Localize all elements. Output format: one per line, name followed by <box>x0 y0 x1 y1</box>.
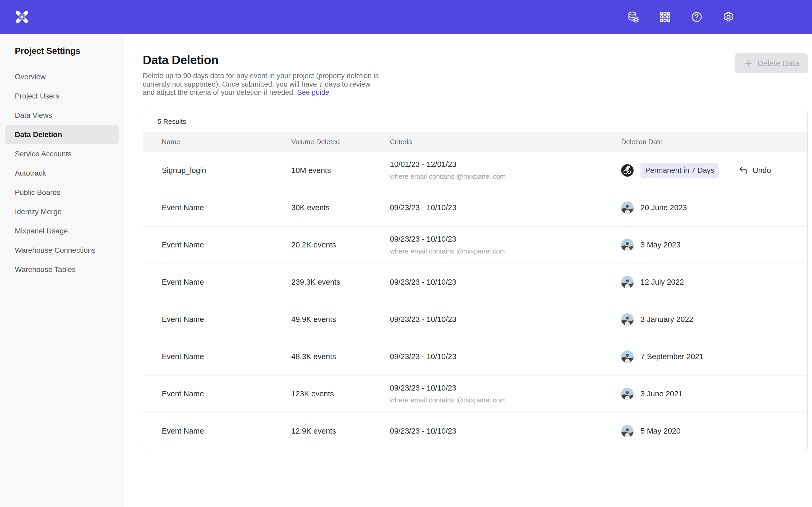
status-badge: Permanent in 7 Days <box>641 163 719 178</box>
page-description: Delete up to 90 days data for any event … <box>143 72 382 97</box>
plus-icon <box>743 58 753 68</box>
data-management-icon[interactable] <box>627 11 640 23</box>
avatar-image <box>621 425 633 437</box>
row-volume: 10M events <box>291 166 390 175</box>
topbar <box>0 0 812 34</box>
row-deletion-cell: Permanent in 7 Days Undo <box>621 163 807 178</box>
sidebar-item-warehouse-tables[interactable]: Warehouse Tables <box>0 260 124 279</box>
row-criteria-range: 09/23/23 - 10/10/23 <box>390 352 621 361</box>
undo-button[interactable]: Undo <box>738 165 771 176</box>
row-criteria-cell: 09/23/23 - 10/10/23 <box>390 315 621 324</box>
row-name: Event Name <box>143 278 291 286</box>
delete-data-button[interactable]: Delete Data <box>735 53 808 73</box>
row-criteria-range: 09/23/23 - 10/10/23 <box>390 427 621 436</box>
row-criteria-cell: 09/23/23 - 10/10/23 <box>390 427 621 436</box>
deletion-date: 3 May 2023 <box>641 240 680 249</box>
deletion-date: 20 June 2023 <box>641 203 687 212</box>
user-photo-avatar <box>621 388 633 400</box>
row-name: Event Name <box>143 240 291 249</box>
avatar-image <box>621 202 633 214</box>
database-gear-glyph <box>627 11 640 23</box>
delete-data-button-label: Delete Data <box>758 59 799 68</box>
user-photo-avatar <box>621 202 633 214</box>
table-header-row: Name Volume Deleted Criteria Deletion Da… <box>143 132 807 152</box>
deletion-date: 7 September 2021 <box>641 352 704 361</box>
sidebar-item-identity-merge[interactable]: Identity Merge <box>0 202 124 221</box>
row-name: Event Name <box>143 352 291 361</box>
results-count: 5 Results <box>143 111 807 132</box>
sidebar-item-autotrack[interactable]: Autotrack <box>0 163 124 183</box>
row-deletion-cell: 3 June 2021 <box>621 388 807 400</box>
row-criteria-cell: 09/23/23 - 10/10/23 where email contains… <box>390 384 621 404</box>
sidebar-item-project-users[interactable]: Project Users <box>0 87 124 106</box>
table-row: Event Name 239.3K events 09/23/23 - 10/1… <box>143 264 807 301</box>
page-title: Data Deletion <box>143 53 382 67</box>
row-criteria-range: 09/23/23 - 10/10/23 <box>390 384 621 392</box>
avatar-image <box>621 239 633 251</box>
row-criteria-range: 09/23/23 - 10/10/23 <box>390 315 621 324</box>
avatar-image <box>621 350 633 363</box>
table-row: Event Name 30K events 09/23/23 - 10/10/2… <box>143 189 807 226</box>
table-row: Event Name 49.9K events 09/23/23 - 10/10… <box>143 301 807 338</box>
avatar-image <box>621 313 633 326</box>
sidebar-item-warehouse-connections[interactable]: Warehouse Connections <box>0 240 124 260</box>
mixpanel-logo-icon <box>14 9 30 25</box>
row-deletion-cell: 12 July 2022 <box>621 276 807 288</box>
sidebar-item-mixpanel-usage[interactable]: Mixpanel Usage <box>0 221 124 240</box>
row-volume: 20.2K events <box>291 240 390 249</box>
row-deletion-cell: 20 June 2023 <box>621 202 807 214</box>
user-photo-avatar <box>621 425 633 437</box>
undo-arrow-icon <box>738 165 749 176</box>
sidebar-item-data-deletion[interactable]: Data Deletion <box>5 125 119 144</box>
page-description-text: Delete up to 90 days data for any event … <box>143 72 379 96</box>
row-criteria-cell: 10/01/23 - 12/01/23 where email contains… <box>390 160 621 181</box>
row-criteria-range: 10/01/23 - 12/01/23 <box>390 160 621 169</box>
sidebar-item-data-views[interactable]: Data Views <box>0 106 124 125</box>
row-criteria-range: 09/23/23 - 10/10/23 <box>390 278 621 286</box>
row-volume: 48.3K events <box>291 352 390 361</box>
deletion-date: 12 July 2022 <box>641 278 684 286</box>
row-volume: 123K events <box>291 390 390 398</box>
avatar-image <box>621 388 633 400</box>
sidebar-item-public-boards[interactable]: Public Boards <box>0 183 124 202</box>
table-row: Signup_login 10M events 10/01/23 - 12/01… <box>143 152 807 189</box>
row-volume: 12.9K events <box>291 427 390 436</box>
mixpanel-logo[interactable] <box>14 9 30 25</box>
row-name: Event Name <box>143 315 291 324</box>
row-criteria-range: 09/23/23 - 10/10/23 <box>390 235 621 243</box>
undo-button-label: Undo <box>753 166 771 175</box>
row-volume: 49.9K events <box>291 315 390 324</box>
settings-gear-icon[interactable] <box>722 11 735 23</box>
deletion-date: 5 May 2020 <box>641 427 680 436</box>
row-name: Event Name <box>143 427 291 436</box>
help-icon[interactable] <box>691 11 703 23</box>
row-criteria-cell: 09/23/23 - 10/10/23 <box>390 352 621 361</box>
row-criteria-cell: 09/23/23 - 10/10/23 <box>390 278 621 286</box>
user-photo-avatar <box>621 239 633 251</box>
sidebar-nav: Overview Project Users Data Views Data D… <box>0 67 124 279</box>
sidebar-item-overview[interactable]: Overview <box>0 67 124 87</box>
dark-logo-avatar <box>621 164 633 177</box>
avatar-image <box>621 164 633 177</box>
table-row: Event Name 20.2K events 09/23/23 - 10/10… <box>143 226 807 264</box>
sidebar-item-service-accounts[interactable]: Service Accounts <box>0 144 124 163</box>
deletion-date: 3 January 2022 <box>641 315 693 324</box>
row-deletion-cell: 5 May 2020 <box>621 425 807 437</box>
row-name: Signup_login <box>143 166 291 175</box>
row-criteria-filter: where email contains @mixpanel.com <box>390 172 621 181</box>
column-header-criteria: Criteria <box>390 138 621 146</box>
question-mark-glyph <box>691 11 703 23</box>
deletion-date: 3 June 2021 <box>641 390 683 398</box>
topbar-icons <box>627 11 735 23</box>
avatar-image <box>621 276 633 288</box>
apps-grid-icon[interactable] <box>659 11 671 23</box>
apps-grid-glyph <box>659 11 671 23</box>
row-criteria-cell: 09/23/23 - 10/10/23 where email contains… <box>390 235 621 256</box>
gear-glyph <box>722 11 735 23</box>
table-row: Event Name 123K events 09/23/23 - 10/10/… <box>143 375 807 412</box>
deletion-table-card: 5 Results Name Volume Deleted Criteria D… <box>143 111 808 450</box>
table-row: Event Name 48.3K events 09/23/23 - 10/10… <box>143 338 807 375</box>
column-header-volume-deleted: Volume Deleted <box>291 138 390 146</box>
see-guide-link[interactable]: See guide <box>297 89 329 96</box>
row-name: Event Name <box>143 390 291 398</box>
